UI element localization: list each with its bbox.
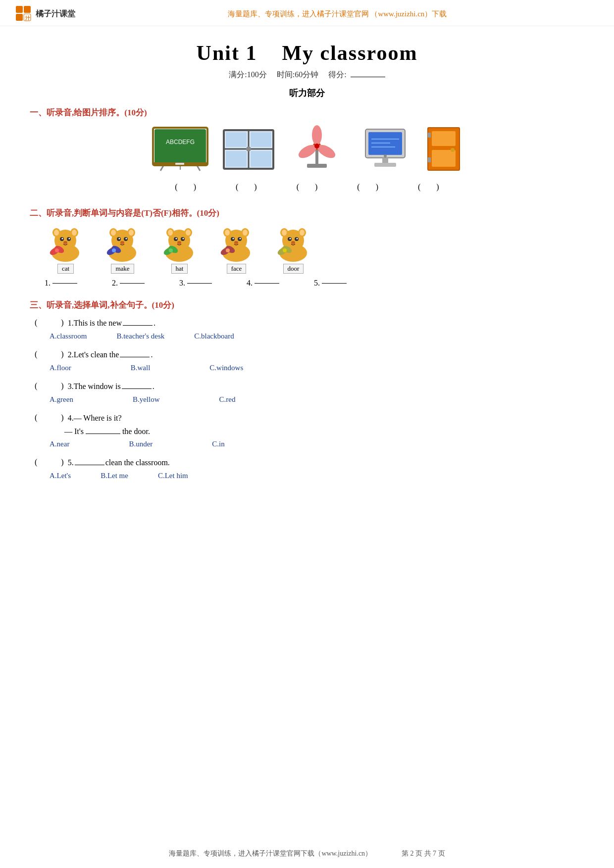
q2-blank-2: 2. (112, 279, 145, 288)
svg-point-106 (290, 238, 291, 240)
fan-icon (287, 125, 347, 172)
score-line: 满分:100分 时间:60分钟 得分: (30, 70, 584, 80)
svg-point-47 (72, 230, 77, 236)
header-tagline: 海量题库、专项训练，进入橘子汁课堂官网 （www.juzizhi.cn）下载 (75, 9, 599, 19)
logo-icon: 汁 (15, 5, 33, 23)
svg-point-20 (246, 146, 251, 151)
svg-point-27 (314, 144, 319, 148)
q3-q5-opt-a: A.Let's (50, 472, 71, 480)
svg-rect-33 (382, 158, 388, 163)
q3-q5-text: 5.clean the classroom. (68, 458, 170, 467)
q3-q4-opt-a: A.near (50, 440, 69, 448)
svg-point-83 (169, 248, 173, 252)
svg-point-35 (384, 154, 387, 157)
svg-rect-1 (24, 6, 31, 13)
svg-point-89 (243, 230, 248, 236)
q2-title: 二、听录音,判断单词与内容是(T)否(F)相符。(10分) (30, 207, 584, 219)
score-blank-line (351, 77, 385, 77)
bear-label-door: door (283, 264, 304, 274)
svg-rect-26 (307, 164, 327, 168)
bear-cat: cat (45, 226, 87, 274)
q1-computer (356, 125, 415, 172)
svg-point-55 (55, 248, 59, 252)
bear-make: make (102, 226, 144, 274)
q3-q2-opt-c: C.windows (209, 364, 243, 372)
svg-rect-19 (251, 151, 271, 167)
page-footer: 海量题库、专项训练，进入橘子汁课堂官网下载（www.juzizhi.cn） 第 … (0, 849, 614, 858)
footer-page-info: 第 2 页 共 7 页 (402, 849, 445, 858)
bear-label-make: make (111, 264, 134, 274)
q1-image-row: ABCDEFG (30, 125, 584, 172)
q1-door (424, 125, 463, 172)
svg-point-51 (69, 238, 70, 240)
svg-point-52 (63, 241, 67, 244)
bear-face-icon (215, 226, 257, 263)
q3-q1-paren: ( ) (35, 318, 64, 328)
q3-q4-line: ( ) 4.— Where is it? (35, 413, 584, 423)
svg-point-108 (291, 241, 295, 244)
svg-rect-38 (432, 150, 456, 167)
q3-q5-line: ( ) 5.clean the classroom. (35, 457, 584, 468)
q3-q4-opt-b: B.under (129, 440, 153, 448)
blackboard-icon: ABCDEFG (151, 125, 210, 172)
svg-rect-16 (226, 132, 247, 147)
bear-hat: hat (158, 226, 201, 274)
svg-rect-41 (428, 157, 431, 162)
blank-4: ( ) (357, 182, 378, 193)
classroom-label: My classroom (282, 42, 417, 64)
page-content: Unit 1 My classroom 满分:100分 时间:60分钟 得分: … (0, 26, 614, 512)
door-icon (424, 125, 463, 172)
svg-rect-12 (175, 163, 184, 165)
q3-q5-options: A.Let's B.Let me C.Let him (50, 472, 584, 480)
svg-point-78 (176, 238, 177, 240)
q3-q3-options: A.green B.yellow C.red (50, 395, 584, 404)
q3-q1-opt-a: A.classroom (50, 332, 87, 340)
svg-point-65 (126, 238, 127, 240)
svg-point-93 (240, 238, 241, 240)
q3-item-1: ( ) 1.This is the new. A.classroom B.tea… (35, 318, 584, 340)
q1-blackboard: ABCDEFG (151, 125, 210, 172)
logo-area: 汁 橘子汁课堂 (15, 5, 75, 23)
time-info: 时间:60分钟 (277, 70, 318, 79)
q3-q2-paren: ( ) (35, 349, 64, 360)
q3-q3-opt-a: A.green (50, 395, 73, 404)
top-bar: 汁 橘子汁课堂 海量题库、专项训练，进入橘子汁课堂官网 （www.juzizhi… (0, 0, 614, 26)
svg-rect-2 (16, 14, 23, 21)
blank-2: ( ) (236, 182, 257, 193)
svg-point-46 (54, 230, 59, 236)
svg-point-39 (451, 148, 455, 152)
svg-text:汁: 汁 (25, 15, 31, 21)
q1-window (219, 125, 278, 172)
svg-point-103 (300, 230, 305, 236)
svg-rect-25 (315, 150, 318, 165)
blank-5: ( ) (418, 182, 439, 193)
q1-fan (287, 125, 347, 172)
bear-label-face: face (227, 264, 247, 274)
blank-3: ( ) (297, 182, 318, 193)
q3-q5-opt-c: C.Let him (158, 472, 188, 480)
q3-q2-opt-a: A.floor (50, 364, 71, 372)
q2-blank-3: 3. (179, 279, 212, 288)
svg-text:ABCDEFG: ABCDEFG (166, 139, 195, 145)
q2-bear-row: cat (45, 226, 584, 274)
svg-point-80 (177, 241, 181, 244)
score-label: 得分: (328, 70, 346, 79)
q3-q4-sub: — It'sthe door. (64, 427, 584, 436)
q1-answer-blanks: ( ) ( ) ( ) ( ) ( ) (30, 182, 584, 193)
footer-tagline: 海量题库、专项训练，进入橘子汁课堂官网下载（www.juzizhi.cn） (169, 849, 372, 858)
q3-q2-text: 2.Let's clean the. (68, 350, 153, 359)
q3-q3-opt-b: B.yellow (133, 395, 160, 404)
q3-item-5: ( ) 5.clean the classroom. A.Let's B.Let… (35, 457, 584, 480)
q2-blank-4: 4. (247, 279, 279, 288)
q3-item-4: ( ) 4.— Where is it? — It'sthe door. A.n… (35, 413, 584, 448)
q3-q4-paren: ( ) (35, 413, 64, 423)
q1-title: 一、听录音,给图片排序。(10分) (30, 107, 584, 118)
bear-hat-icon (158, 226, 201, 263)
q3-q3-line: ( ) 3.The window is. (35, 381, 584, 391)
svg-point-50 (62, 238, 63, 240)
q3-item-2: ( ) 2.Let's clean the. A.floor B.wall C.… (35, 349, 584, 372)
svg-point-94 (234, 241, 238, 244)
q3-q4-options: A.near B.under C.in (50, 440, 584, 448)
svg-point-60 (111, 230, 116, 236)
q3-q3-text: 3.The window is. (68, 382, 154, 391)
